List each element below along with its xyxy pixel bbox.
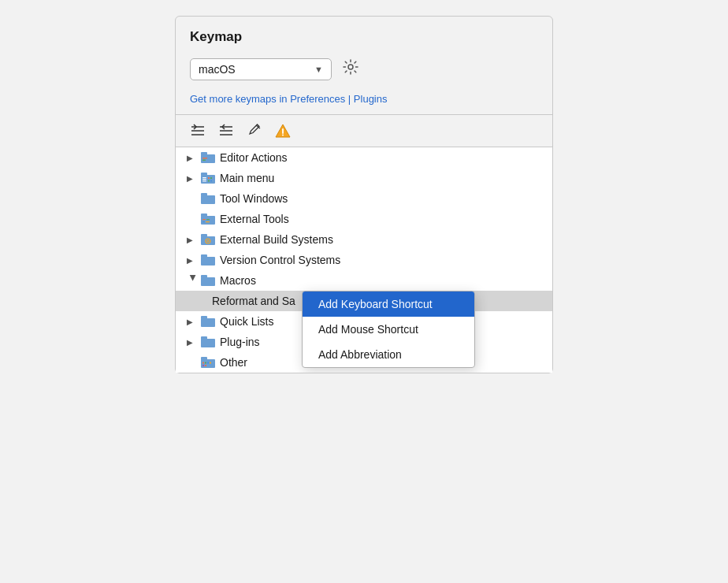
keymap-selected-value: macOS [199, 63, 306, 76]
folder-icon-tool-windows [199, 192, 217, 205]
folder-icon-vcs [199, 254, 217, 266]
svg-rect-28 [202, 219, 206, 220]
svg-rect-42 [201, 339, 215, 347]
tree-item-tool-windows[interactable]: ▶ Tool Windows [176, 188, 552, 209]
svg-rect-48 [207, 362, 209, 364]
svg-rect-39 [201, 275, 207, 278]
svg-rect-40 [201, 318, 215, 327]
expand-arrow-main-menu: ▶ [187, 174, 199, 183]
svg-rect-25 [201, 193, 207, 196]
keymap-panel: Keymap macOS ▼ Get more keymaps in Prefe… [175, 16, 553, 373]
folder-icon-other [199, 356, 217, 369]
plugins-link[interactable]: Get more keymaps in Preferences | Plugin… [190, 93, 388, 105]
tree-item-label-reformat: Reformat and Sa [212, 295, 295, 307]
folder-icon-main-menu [199, 172, 217, 184]
svg-point-35 [207, 240, 209, 242]
svg-rect-41 [201, 316, 207, 319]
svg-rect-23 [210, 180, 212, 182]
expand-arrow-plugins: ▶ [187, 338, 199, 347]
tree-item-external-tools[interactable]: ▶ External Tools [176, 209, 552, 229]
svg-rect-16 [201, 173, 207, 176]
tree-item-reformat[interactable]: ▶ Reformat and Sa Add Keyboard Shortcut … [176, 291, 552, 311]
collapse-all-button[interactable] [215, 121, 237, 140]
tree-container: ▶ Editor Actions ▶ [176, 147, 552, 373]
expand-arrow-external-build: ▶ [187, 236, 199, 244]
tree-item-label-quick-lists: Quick Lists [220, 315, 273, 328]
tree-item-label-macros: Macros [220, 274, 256, 287]
keymap-dropdown[interactable]: macOS ▼ [190, 58, 332, 80]
svg-rect-18 [202, 179, 206, 180]
warning-icon [275, 123, 291, 139]
panel-title: Keymap [176, 17, 552, 53]
svg-rect-14 [202, 160, 206, 162]
svg-rect-30 [202, 221, 205, 222]
expand-arrow-macros: ▶ [189, 274, 198, 287]
svg-rect-17 [202, 177, 206, 178]
svg-rect-45 [201, 357, 207, 360]
plugins-link-area: Get more keymaps in Preferences | Plugin… [176, 90, 552, 114]
svg-rect-29 [206, 219, 210, 220]
tree-item-label-other: Other [220, 356, 247, 369]
svg-rect-12 [201, 152, 207, 155]
svg-rect-33 [201, 234, 207, 237]
tree-item-external-build[interactable]: ▶ External Build Systems [176, 229, 552, 250]
toolbar [176, 115, 552, 147]
svg-rect-46 [202, 362, 204, 364]
svg-rect-37 [201, 254, 207, 258]
svg-point-10 [282, 135, 284, 136]
folder-icon-external-build [199, 233, 217, 246]
keymap-select-row: macOS ▼ [176, 53, 552, 90]
svg-rect-50 [202, 365, 204, 366]
folder-icon-quick-lists [199, 315, 217, 328]
svg-point-0 [348, 65, 353, 69]
folder-icon-external-tools [199, 213, 217, 225]
expand-arrow-quick-lists: ▶ [187, 317, 199, 326]
svg-rect-49 [210, 362, 211, 364]
svg-rect-38 [201, 277, 215, 286]
folder-icon-plugins [199, 336, 217, 348]
svg-rect-31 [206, 221, 210, 222]
tree-item-label-tool-windows: Tool Windows [220, 192, 288, 205]
tree-item-macros[interactable]: ▶ Macros [176, 270, 552, 291]
svg-rect-43 [201, 336, 207, 340]
svg-rect-51 [205, 365, 206, 366]
tree-item-label-main-menu: Main menu [220, 172, 274, 184]
chevron-down-icon: ▼ [314, 65, 323, 74]
context-menu-item-add-abbreviation[interactable]: Add Abbreviation [303, 342, 474, 367]
warning-button[interactable] [272, 121, 294, 140]
svg-rect-19 [202, 180, 206, 181]
context-menu-item-add-keyboard[interactable]: Add Keyboard Shortcut [303, 292, 474, 317]
svg-rect-22 [208, 180, 210, 182]
svg-rect-24 [201, 195, 215, 204]
expand-arrow-vcs: ▶ [187, 256, 199, 265]
gear-button[interactable] [340, 56, 362, 82]
svg-rect-36 [201, 257, 215, 266]
collapse-all-icon [218, 123, 234, 139]
svg-rect-13 [202, 158, 207, 159]
gear-icon [343, 59, 358, 75]
expand-arrow-editor-actions: ▶ [187, 154, 199, 162]
expand-all-icon [190, 123, 206, 139]
tree-item-vcs[interactable]: ▶ Version Control Systems [176, 250, 552, 270]
tree-item-main-menu[interactable]: ▶ Main menu [176, 168, 552, 188]
svg-rect-21 [210, 177, 212, 179]
tree-item-label-external-build: External Build Systems [220, 233, 333, 246]
svg-rect-47 [205, 362, 206, 364]
svg-rect-26 [201, 216, 215, 225]
svg-rect-20 [208, 177, 210, 179]
expand-all-button[interactable] [187, 121, 209, 140]
tree-item-label-vcs: Version Control Systems [220, 254, 340, 266]
context-menu-item-add-mouse[interactable]: Add Mouse Shortcut [303, 317, 474, 342]
edit-button[interactable] [243, 121, 266, 140]
tree-item-label-editor-actions: Editor Actions [220, 151, 288, 164]
context-menu: Add Keyboard Shortcut Add Mouse Shortcut… [302, 291, 475, 368]
tree-item-label-external-tools: External Tools [220, 213, 289, 225]
svg-rect-27 [201, 214, 207, 217]
folder-icon-editor-actions [199, 151, 217, 164]
edit-icon [247, 123, 262, 139]
tree-item-label-plugins: Plug-ins [220, 336, 260, 348]
tree-item-editor-actions[interactable]: ▶ Editor Actions [176, 147, 552, 168]
folder-icon-macros [199, 274, 217, 287]
